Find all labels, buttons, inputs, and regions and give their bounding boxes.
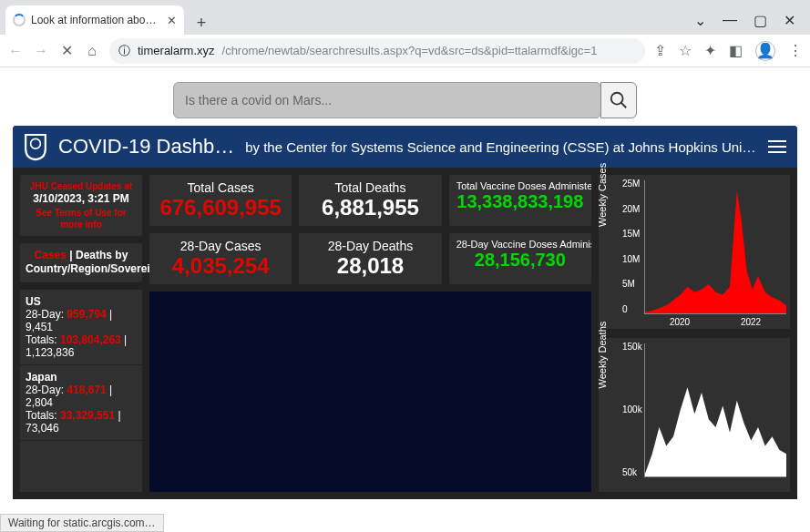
svg-point-2 [31, 138, 41, 148]
stat-total-cases: Total Cases 676,609,955 [149, 175, 292, 226]
stat-row-top: Total Cases 676,609,955 Total Deaths 6,8… [149, 175, 591, 226]
browser-status-bar: Waiting for static.arcgis.com… [0, 514, 164, 532]
url-path: /chrome/newtab/searchresults.aspx?q=vd&s… [222, 44, 598, 57]
country-item[interactable]: Japan 28-Day: 418,671 | 2,804 Totals: 33… [20, 365, 142, 441]
window-close-icon[interactable]: ✕ [784, 12, 795, 29]
window-minimize-icon[interactable]: — [723, 12, 737, 29]
back-icon[interactable]: ← [7, 43, 24, 59]
world-map[interactable] [149, 292, 591, 492]
stat-label: Total Deaths [306, 180, 434, 195]
val-total-cases: 103,804,263 [60, 333, 121, 346]
dashboard-title: COVID-19 Dashb… [58, 135, 234, 159]
region-cases-word: Cases [35, 249, 67, 261]
val-total-deaths: 73,046 [26, 422, 59, 435]
dashboard-header: COVID-19 Dashb… by the Center for System… [13, 126, 797, 168]
jhu-logo-icon [24, 132, 47, 161]
sidepanel-icon[interactable]: ◧ [729, 42, 743, 59]
home-icon[interactable]: ⌂ [84, 43, 100, 59]
ytick: 10M [622, 254, 640, 264]
stat-28day-deaths: 28-Day Deaths 28,018 [299, 233, 441, 284]
right-column: Weekly Cases 25M 20M 15M 10M 5M 0 [599, 175, 790, 492]
search-button[interactable] [600, 82, 637, 118]
val-28day-deaths: 9,451 [26, 321, 53, 333]
ytick: 15M [622, 229, 640, 239]
val-28day-cases: 418,671 [67, 384, 106, 396]
ytick: 5M [622, 279, 640, 289]
chart-plot-area [644, 343, 786, 477]
tab-title: Look at information about sprea… [31, 14, 161, 26]
address-bar[interactable]: ⓘ timeralarm.xyz/chrome/newtab/searchres… [109, 38, 645, 64]
ytick: 0 [622, 304, 640, 314]
ytick: 100k [622, 404, 642, 414]
extensions-icon[interactable]: ✦ [704, 42, 716, 59]
chart-ylabel: Weekly Cases [597, 162, 608, 226]
url-host: timeralarm.xyz [138, 44, 215, 57]
val-total-cases: 33,329,551 [60, 409, 115, 422]
country-name: Japan [26, 371, 137, 384]
chart-weekly-cases[interactable]: Weekly Cases 25M 20M 15M 10M 5M 0 [599, 175, 790, 329]
menu-icon[interactable]: ⋮ [788, 42, 803, 59]
label-28day: 28-Day: [26, 308, 67, 321]
xtick: 2020 [670, 317, 690, 327]
country-name: US [26, 295, 137, 308]
window-maximize-icon[interactable]: ▢ [754, 12, 767, 29]
stat-total-deaths: Total Deaths 6,881,955 [299, 175, 441, 226]
forward-icon[interactable]: → [33, 43, 49, 59]
val-total-deaths: 1,123,836 [26, 346, 74, 359]
loading-spinner-icon [13, 14, 26, 26]
stat-label: Total Vaccine Doses Administered [456, 180, 584, 191]
svg-line-1 [621, 103, 627, 108]
bookmark-icon[interactable]: ☆ [679, 42, 692, 59]
stat-value: 28,156,730 [456, 250, 584, 271]
site-info-icon[interactable]: ⓘ [118, 43, 130, 59]
update-line3: See Terms of Use for more info [26, 207, 137, 230]
profile-avatar-icon[interactable]: 👤 [755, 41, 775, 61]
stat-label: Total Cases [157, 180, 284, 195]
label-totals: Totals: [26, 333, 60, 346]
svg-marker-3 [645, 191, 786, 313]
ytick: 25M [622, 179, 640, 189]
chart-plot-area [644, 180, 786, 314]
browser-tab[interactable]: Look at information about sprea… ✕ [5, 5, 184, 35]
stat-28day-cases: 28-Day Cases 4,035,254 [149, 233, 292, 284]
country-item[interactable]: US 28-Day: 959,794 | 9,451 Totals: 103,8… [20, 290, 142, 365]
dashboard-menu-icon[interactable] [768, 140, 786, 153]
chart-area-shape [645, 180, 786, 313]
covid-dashboard: COVID-19 Dashb… by the Center for System… [13, 126, 797, 499]
page-body: Is there a covid on Mars... COVID-19 Das… [0, 67, 810, 532]
update-notice-panel: JHU Ceased Updates at 3/10/2023, 3:21 PM… [20, 175, 142, 236]
country-list[interactable]: US 28-Day: 959,794 | 9,451 Totals: 103,8… [20, 290, 142, 492]
dashboard-subtitle: by the Center for Systems Science and En… [245, 139, 757, 155]
new-tab-button[interactable]: + [190, 11, 213, 35]
window-controls: ⌄ — ▢ ✕ [694, 12, 805, 29]
label-28day: 28-Day: [26, 384, 67, 396]
update-line1: JHU Ceased Updates at [26, 180, 137, 192]
ytick: 150k [622, 342, 642, 352]
stat-label: 28-Day Deaths [306, 239, 434, 253]
val-28day-deaths: 2,804 [26, 396, 53, 409]
chart-ylabel: Weekly Deaths [597, 321, 608, 388]
chart-weekly-deaths[interactable]: Weekly Deaths 150k 100k 50k [599, 338, 790, 492]
browser-toolbar: ← → ✕ ⌂ ⓘ timeralarm.xyz/chrome/newtab/s… [0, 35, 810, 67]
chart-yticks: 25M 20M 15M 10M 5M 0 [622, 179, 640, 314]
update-date: 3/10/2023, 3:21 PM [26, 192, 137, 207]
stat-28day-vaccine: 28-Day Vaccine Doses Administered 28,156… [449, 233, 591, 284]
region-header-panel: Cases | Deaths by Country/Region/Soverei… [20, 243, 142, 282]
tab-close-icon[interactable]: ✕ [167, 14, 177, 27]
svg-point-0 [611, 93, 623, 105]
chart-yticks: 150k 100k 50k [622, 342, 642, 477]
search-input[interactable]: Is there a covid on Mars... [173, 82, 601, 118]
left-column: JHU Ceased Updates at 3/10/2023, 3:21 PM… [20, 175, 142, 492]
label-totals: Totals: [26, 409, 60, 422]
chart-area-shape [645, 343, 786, 476]
stat-label: 28-Day Cases [157, 239, 284, 253]
val-28day-cases: 959,794 [67, 308, 106, 321]
dashboard-body: JHU Ceased Updates at 3/10/2023, 3:21 PM… [13, 168, 797, 499]
xtick: 2022 [741, 317, 761, 327]
stat-label: 28-Day Vaccine Doses Administered [456, 239, 584, 250]
window-dropdown-icon[interactable]: ⌄ [694, 12, 706, 29]
stop-icon[interactable]: ✕ [58, 42, 75, 59]
stat-total-vaccine: Total Vaccine Doses Administered 13,338,… [449, 175, 591, 226]
share-icon[interactable]: ⇪ [654, 42, 666, 59]
stat-value: 13,338,833,198 [456, 191, 584, 212]
